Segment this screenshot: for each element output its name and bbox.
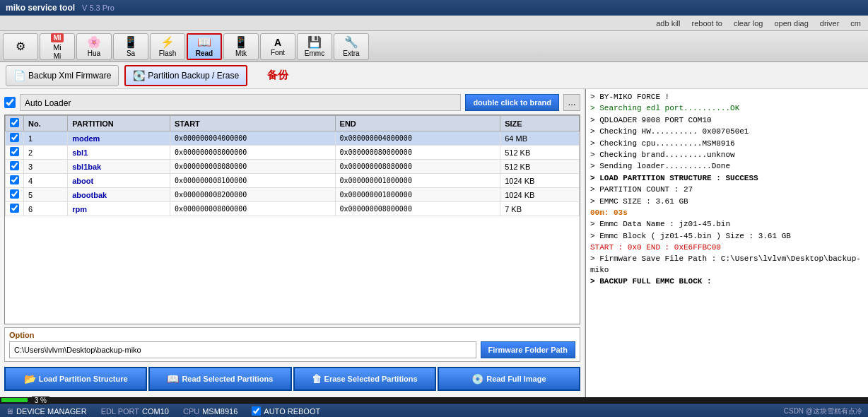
progress-fill <box>1 398 28 402</box>
row-partition-name: modem <box>68 131 170 146</box>
log-line: > LOAD PARTITION STRUCTURE : SUCCESS <box>590 173 864 184</box>
read-button[interactable]: 📖 Read <box>187 33 222 60</box>
log-line: > QDLOADER 9008 PORT COM10 <box>590 115 864 126</box>
read-full-button[interactable]: 💿 Read Full Image <box>438 367 580 391</box>
row-end: 0x000000080000000 <box>335 146 500 160</box>
row-start: 0x000000008000000 <box>170 202 335 216</box>
header-checkbox-col <box>6 116 24 131</box>
read-sel-label: Read Selected Partitions <box>182 375 273 383</box>
full-icon: 💿 <box>471 373 483 384</box>
auto-reboot-checkbox[interactable] <box>252 406 261 416</box>
log-line: > Checking brand.........unknow <box>590 150 864 160</box>
erase-icon: 🗑 <box>312 373 322 384</box>
row-partition-name: sbl1bak <box>68 160 170 174</box>
main-area: Auto Loader double click to brand ... No… <box>0 89 868 397</box>
driver-button[interactable]: driver <box>816 18 844 28</box>
hua-icon: 🌸 <box>87 35 101 49</box>
hua-button[interactable]: 🌸 Hua <box>76 33 112 60</box>
row-checkbox-5[interactable] <box>10 204 19 213</box>
settings-icon: ⚙ <box>16 40 25 53</box>
log-line: START : 0x0 END : 0xE6FFBC00 <box>590 242 864 253</box>
row-size: 512 KB <box>500 160 580 174</box>
mtk-icon: 📱 <box>234 35 248 49</box>
table-row: 1 modem 0x000000004000000 0x000000004000… <box>6 131 580 146</box>
emmc-icon: 💾 <box>307 35 322 49</box>
partition-backup-label: Partition Backup / Erase <box>148 71 239 81</box>
dots-button[interactable]: ... <box>563 94 580 111</box>
row-checkbox-4[interactable] <box>10 189 19 199</box>
row-start: 0x000000008100000 <box>170 174 335 188</box>
row-end: 0x000000004000000 <box>335 131 500 146</box>
row-no: 1 <box>24 131 68 146</box>
row-checkbox-0[interactable] <box>10 133 19 142</box>
log-line: > EMMC SIZE : 3.61 GB <box>590 196 864 207</box>
folder-button[interactable]: Firmware Folder Path <box>481 341 575 358</box>
log-line: > Sending loader..........Done <box>590 161 864 172</box>
partition-backup-button[interactable]: 💽 Partition Backup / Erase <box>124 65 247 86</box>
backup-xml-button[interactable]: 📄 Backup Xml Firmware <box>6 65 119 86</box>
partition-icon: 💽 <box>133 70 145 81</box>
row-size: 64 MB <box>500 131 580 146</box>
select-all-checkbox[interactable] <box>10 118 19 127</box>
erase-selected-button[interactable]: 🗑 Erase Selected Partitions <box>293 367 436 391</box>
titlebar: miko service tool V 5.3 Pro <box>0 0 868 16</box>
log-line: > Checking HW.......... 0x007050e1 <box>590 127 864 137</box>
settings-button[interactable]: ⚙ <box>3 33 38 60</box>
table-row: 3 sbl1bak 0x000000008080000 0x0000000080… <box>6 160 580 174</box>
edl-port-label: EDL PORT <box>101 407 139 416</box>
row-size: 512 KB <box>500 146 580 160</box>
row-checkbox-cell <box>6 160 24 174</box>
row-size: 7 KB <box>500 202 580 216</box>
header-size: SIZE <box>500 116 580 131</box>
table-row: 4 aboot 0x000000008100000 0x000000001000… <box>6 174 580 188</box>
flash-button[interactable]: ⚡ Flash <box>150 33 185 60</box>
font-button[interactable]: A Font <box>260 33 295 60</box>
cm-button[interactable]: cm <box>846 18 865 28</box>
load-icon: 📂 <box>24 373 36 384</box>
row-checkbox-3[interactable] <box>10 175 19 184</box>
row-no: 5 <box>24 188 68 202</box>
log-line: > Checking cpu..........MSM8916 <box>590 139 864 149</box>
emmc-button[interactable]: 💾 Emmc <box>297 33 332 60</box>
row-partition-name: aboot <box>68 174 170 188</box>
open-diag-button[interactable]: open diag <box>770 18 812 28</box>
font-icon: A <box>274 37 281 48</box>
extra-icon: 🔧 <box>344 35 358 49</box>
annotation-befen: 备份 <box>267 69 288 82</box>
path-input[interactable] <box>9 341 476 358</box>
load-label: Load Partition Structure <box>39 375 128 383</box>
mi-button[interactable]: MI Mi Mi <box>40 33 75 60</box>
read-icon: 📖 <box>197 35 211 49</box>
reboot-to-button[interactable]: reboot to <box>687 18 726 28</box>
auto-reboot-label: AUTO REBOOT <box>264 407 320 416</box>
extra-button[interactable]: 🔧 Extra <box>334 33 369 60</box>
mi-icon: MI <box>51 33 63 42</box>
sa-button[interactable]: 📱 Sa <box>113 33 148 60</box>
row-no: 6 <box>24 202 68 216</box>
backup-xml-label: Backup Xml Firmware <box>28 71 111 81</box>
cpu-value: MSM8916 <box>202 407 237 416</box>
header-start: START <box>170 116 335 131</box>
cpu-label: CPU <box>183 407 199 416</box>
row-start: 0x000000008200000 <box>170 188 335 202</box>
header-end: END <box>335 116 500 131</box>
adb-kill-button[interactable]: adb kill <box>652 18 684 28</box>
mtk-button[interactable]: 📱 Mtk <box>223 33 259 60</box>
cpu-item: CPU MSM8916 <box>183 407 237 416</box>
row-partition-name: abootbak <box>68 188 170 202</box>
flash-icon: ⚡ <box>160 35 175 49</box>
row-checkbox-cell <box>6 174 24 188</box>
load-partition-button[interactable]: 📂 Load Partition Structure <box>4 367 147 391</box>
log-line: 00m: 03s <box>590 208 864 218</box>
statusbar: 🖥 DEVICE MANAGER EDL PORT COM10 CPU MSM8… <box>0 403 868 417</box>
row-checkbox-1[interactable] <box>10 147 19 156</box>
clear-log-button[interactable]: clear log <box>729 18 768 28</box>
brand-button[interactable]: double click to brand <box>465 94 559 111</box>
row-checkbox-2[interactable] <box>10 161 19 170</box>
option-area: Option Firmware Folder Path <box>4 327 580 362</box>
read-selected-button[interactable]: 📖 Read Selected Partitions <box>148 367 291 391</box>
partition-table: No. PARTITION START END SIZE 1 modem 0x0… <box>4 114 580 324</box>
log-line: > BACKUP FULL EMMC BLOCK : <box>590 276 864 287</box>
row-checkbox-cell <box>6 146 24 160</box>
auto-loader-checkbox[interactable] <box>4 97 16 108</box>
